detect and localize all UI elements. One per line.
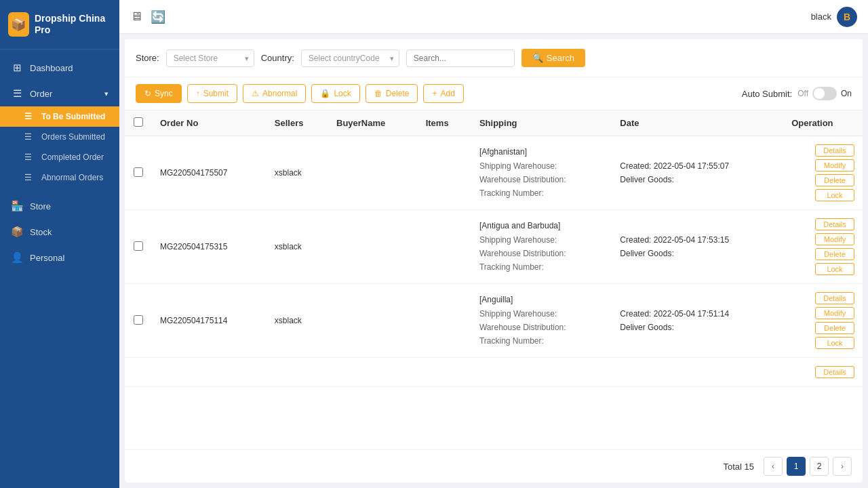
- created-date: Created: 2022-05-04 17:53:15: [620, 233, 775, 247]
- toggle-wrapper: Off On: [797, 87, 852, 100]
- deliver-goods: Deliver Goods:: [620, 321, 775, 334]
- page-1-button[interactable]: 1: [787, 457, 806, 476]
- sidebar-item-orders-submitted[interactable]: ☰ Orders Submitted: [0, 127, 119, 147]
- auto-submit-toggle: Auto Submit: Off On: [742, 87, 852, 100]
- country-label: Country:: [261, 53, 294, 63]
- sidebar-item-stock[interactable]: 📦 Stock: [0, 219, 119, 245]
- sidebar-item-abnormal-orders[interactable]: ☰ Abnormal Orders: [0, 167, 119, 188]
- search-icon: 🔍: [532, 53, 543, 63]
- table-row: MG220504175114 xsblack [Anguilla] Shippi…: [125, 284, 863, 358]
- op-details-button[interactable]: Details: [815, 292, 854, 304]
- sync-button[interactable]: ↻ Sync: [136, 84, 182, 103]
- row-checkbox[interactable]: [134, 315, 143, 325]
- table-row: MG220504175507 xsblack [Afghanistan] Shi…: [125, 136, 863, 210]
- op-lock-button[interactable]: Lock: [815, 337, 854, 349]
- row-buyer-name: [328, 358, 418, 387]
- op-modify-button[interactable]: Modify: [815, 307, 854, 319]
- next-page-button[interactable]: ›: [833, 457, 852, 476]
- pagination: Total 15 ‹ 1 2 ›: [125, 449, 863, 483]
- row-items: [418, 358, 471, 387]
- lock-button[interactable]: 🔒 Lock: [311, 84, 359, 103]
- search-input[interactable]: [406, 49, 515, 67]
- abnormal-label: Abnormal: [262, 89, 297, 98]
- app-name: Dropship China Pro: [35, 13, 111, 36]
- topbar-left: 🖥 🔄: [130, 9, 165, 24]
- shipping-warehouse: Shipping Warehouse:: [479, 159, 604, 173]
- sidebar-item-dashboard[interactable]: ⊞ Dashboard: [0, 55, 119, 81]
- sidebar-label-to-be-submitted: To Be Submitted: [41, 112, 105, 121]
- sidebar-item-to-be-submitted[interactable]: ☰ To Be Submitted: [0, 106, 119, 127]
- search-button[interactable]: 🔍 Search: [521, 49, 585, 67]
- row-date: [612, 358, 783, 387]
- topbar-right: black B: [811, 7, 857, 27]
- row-checkbox[interactable]: [134, 167, 143, 177]
- row-order-no: MG220504175315: [152, 210, 267, 284]
- table-row: Details: [125, 358, 863, 387]
- sidebar-item-store[interactable]: 🏪 Store: [0, 193, 119, 219]
- op-delete-button[interactable]: Delete: [815, 322, 854, 334]
- row-shipping: [471, 358, 612, 387]
- sidebar-logo[interactable]: 📦 Dropship China Pro: [0, 0, 119, 49]
- submenu-icon-2: ☰: [24, 132, 32, 142]
- topbar: 🖥 🔄 black B: [119, 0, 868, 34]
- op-modify-button[interactable]: Modify: [815, 233, 854, 245]
- toggle-off-label: Off: [797, 89, 808, 98]
- row-sellers: [267, 358, 328, 387]
- op-modify-button[interactable]: Modify: [815, 159, 854, 171]
- order-chevron-icon: ▾: [104, 89, 108, 98]
- op-delete-button[interactable]: Delete: [815, 174, 854, 186]
- submenu-icon-4: ☰: [24, 173, 32, 182]
- screen-icon[interactable]: 🖥: [130, 9, 142, 24]
- op-details-button[interactable]: Details: [815, 144, 854, 157]
- user-name: black: [811, 12, 831, 22]
- sidebar-label-abnormal-orders: Abnormal Orders: [41, 173, 103, 182]
- user-initial: B: [844, 12, 850, 22]
- row-buyer-name: [328, 210, 418, 284]
- op-lock-button[interactable]: Lock: [815, 189, 854, 201]
- orders-table: Order No Sellers BuyerName Items Shippin…: [125, 110, 863, 387]
- row-items: [418, 136, 471, 210]
- logo-icon: 📦: [8, 12, 29, 37]
- row-sellers: xsblack: [267, 136, 328, 210]
- row-checkbox-cell: [125, 284, 152, 358]
- col-operation: Operation: [783, 110, 863, 136]
- shipping-country: [Afghanistan]: [479, 145, 604, 159]
- lock-label: Lock: [334, 89, 351, 98]
- row-checkbox-cell: [125, 136, 152, 210]
- abnormal-button[interactable]: ⚠ Abnormal: [243, 84, 306, 103]
- user-avatar[interactable]: B: [837, 7, 857, 27]
- shipping-country: [Anguilla]: [479, 293, 604, 306]
- sidebar-item-completed-order[interactable]: ☰ Completed Order: [0, 147, 119, 167]
- submenu-icon-3: ☰: [24, 152, 32, 162]
- op-delete-button[interactable]: Delete: [815, 248, 854, 260]
- row-date: Created: 2022-05-04 17:53:15 Deliver Goo…: [612, 210, 783, 284]
- op-lock-button[interactable]: Lock: [815, 263, 854, 275]
- store-select-wrapper: Select Store: [166, 49, 254, 67]
- row-sellers: xsblack: [267, 284, 328, 358]
- stock-icon: 📦: [11, 226, 23, 238]
- row-operation: DetailsModifyDeleteLock: [783, 284, 863, 358]
- select-all-checkbox[interactable]: [134, 117, 143, 127]
- refresh-icon[interactable]: 🔄: [151, 9, 165, 24]
- row-order-no: MG220504175114: [152, 284, 267, 358]
- sidebar-item-order[interactable]: ☰ Order ▾: [0, 81, 119, 106]
- add-button[interactable]: + Add: [423, 84, 463, 103]
- created-date: Created: 2022-05-04 17:55:07: [620, 159, 775, 173]
- country-select[interactable]: Select countryCode: [301, 49, 399, 67]
- deliver-goods: Deliver Goods:: [620, 173, 775, 186]
- row-checkbox[interactable]: [134, 241, 143, 251]
- op-details-button[interactable]: Details: [815, 218, 854, 230]
- sidebar-item-personal[interactable]: 👤 Personal: [0, 245, 119, 270]
- store-select[interactable]: Select Store: [166, 49, 254, 67]
- delete-button[interactable]: 🗑 Delete: [366, 84, 418, 103]
- prev-page-button[interactable]: ‹: [764, 457, 783, 476]
- table-header-row: Order No Sellers BuyerName Items Shippin…: [125, 110, 863, 136]
- page-2-button[interactable]: 2: [810, 457, 829, 476]
- deliver-goods: Deliver Goods:: [620, 247, 775, 260]
- op-details-button[interactable]: Details: [815, 366, 854, 378]
- auto-submit-toggle-btn[interactable]: [812, 87, 837, 100]
- row-operation: DetailsModifyDeleteLock: [783, 210, 863, 284]
- submit-button[interactable]: ↑ Submit: [187, 84, 237, 103]
- row-checkbox-cell: [125, 210, 152, 284]
- add-label: Add: [440, 89, 454, 98]
